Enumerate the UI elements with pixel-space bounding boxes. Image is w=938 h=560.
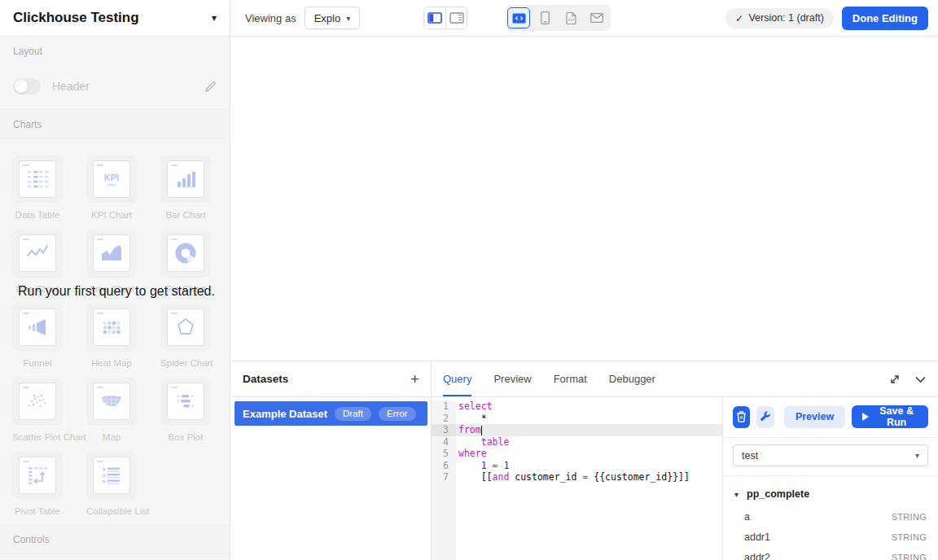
chart-option-box-plot[interactable]: Box Plot [160,377,211,442]
delete-dataset-button[interactable] [733,406,750,428]
pdf-document-icon: PDF [566,12,576,24]
code-text: 1 = 1 [456,460,722,472]
chart-option-label: Scatter Plot Chart [12,432,63,442]
viewing-as-group: Viewing as Explo ▾ [245,7,360,29]
dashboard-canvas[interactable] [231,37,938,361]
chevron-down-icon: ▾ [346,14,350,23]
charts-grid: Data TableKPIKPI ChartBar ChartLine Char… [0,139,230,524]
chart-option-map[interactable]: Map [86,377,137,442]
code-line-2[interactable]: 2 * [432,413,722,425]
chevron-down-icon: ▾ [915,451,919,460]
code-text: from [456,424,722,436]
editor-tabstrip: QueryPreviewFormatDebugger [432,361,938,397]
area-chart-icon [99,241,124,265]
add-dataset-button[interactable]: + [410,371,419,387]
header-toggle[interactable] [13,78,41,94]
code-text: [[and customer_id = {{customer_id}}]] [456,471,722,483]
left-panel-toggle[interactable] [424,7,445,28]
done-editing-button[interactable]: Done Editing [842,7,928,30]
top-bar: Clickhouse Testing ▾ Viewing as Explo ▾ [0,0,938,37]
column-name: addr1 [744,532,770,543]
line-number: 3 [432,424,456,436]
chart-option-pivot-table[interactable]: Pivot Table [12,451,63,516]
code-text: select [456,400,722,413]
funnel-icon [25,315,50,339]
code-line-5[interactable]: 5where [432,448,722,460]
chart-option-kpi-chart[interactable]: KPIKPI Chart [86,155,137,220]
sql-editor[interactable]: 1select2 *3from4 table5where6 1 = 17 [[a… [432,397,723,560]
wrench-icon [760,411,771,422]
chart-option-funnel[interactable]: Funnel [12,303,63,368]
schema-column-row[interactable]: addr1STRING [723,527,938,547]
code-line-4[interactable]: 4 table [432,436,722,448]
chart-option-label: Box Plot [160,432,211,442]
schema-table-toggle[interactable]: ▾ pp_complete [723,481,938,506]
code-line-6[interactable]: 6 1 = 1 [432,460,722,472]
save-run-button[interactable]: Save & Run [852,405,928,428]
tab-preview[interactable]: Preview [493,361,531,396]
chart-option-label: Collapsible List [86,506,137,516]
chart-option-data-table[interactable]: Data Table [12,155,63,220]
chart-option-heat-map[interactable]: Heat Map [86,303,137,368]
pie-chart-icon [173,241,198,265]
datasets-column: Datasets + Example DatasetDraftError [231,361,432,560]
code-line-1[interactable]: 1select [432,400,722,413]
chart-option-collapsible-list[interactable]: Collapsible List [86,451,137,516]
mobile-preview-button[interactable] [533,7,556,28]
header-toggle-label: Header [52,80,90,93]
svg-text:KPI: KPI [104,173,119,182]
line-number: 1 [432,400,456,413]
controls-grid [0,554,230,560]
section-header-charts: Charts [0,109,230,139]
title-dropdown-caret-icon[interactable]: ▾ [212,12,217,24]
tab-debugger[interactable]: Debugger [609,361,655,396]
dashboard-title-area[interactable]: Clickhouse Testing ▾ [0,0,230,36]
dataset-name: Example Dataset [243,408,327,420]
pdf-preview-button[interactable]: PDF [559,7,582,28]
dataset-item[interactable]: Example DatasetDraftError [234,401,427,426]
heat-map-icon [99,315,124,339]
chart-option-bar-chart[interactable]: Bar Chart [160,155,211,220]
topbar-right: ✓ Version: 1 (draft) Done Editing [725,7,938,30]
column-type: STRING [892,532,927,542]
code-line-7[interactable]: 7 [[and customer_id = {{customer_id}}]] [432,471,722,483]
line-chart-icon [25,241,50,265]
format-settings-button[interactable] [756,406,774,428]
line-number: 5 [432,448,456,460]
chart-option-label: Funnel [12,358,63,368]
table-selector[interactable]: test ▾ [733,444,928,466]
expand-panel-icon[interactable] [889,374,901,385]
chart-option-label: Spider Chart [160,358,211,368]
code-line-3[interactable]: 3from [432,424,722,436]
version-badge[interactable]: ✓ Version: 1 (draft) [725,8,834,28]
text-cursor [481,426,483,435]
preview-query-button[interactable]: Preview [784,406,845,428]
schema-list: ▾ pp_complete aSTRINGaddr1STRINGaddr2STR… [723,476,938,560]
tab-query[interactable]: Query [443,361,471,396]
mobile-phone-icon [541,11,550,24]
embed-preview-button[interactable] [507,7,530,28]
right-panel-icon [449,12,464,24]
column-type: STRING [892,553,927,560]
schema-column-row[interactable]: addr2STRING [723,547,938,560]
chevron-down-icon: ▾ [734,490,739,499]
chart-option-label: Data Table [12,210,63,220]
chart-option-label: Map [86,432,137,442]
pencil-icon[interactable] [204,81,217,93]
empty-state-message: Run your first query to get started. [15,283,218,299]
right-panel-toggle[interactable] [445,7,467,28]
preview-mode-group: PDF [505,5,611,31]
chart-option-spider-chart[interactable]: Spider Chart [160,303,211,368]
schema-table-name: pp_complete [747,488,809,500]
left-panel-icon [427,12,442,24]
viewer-dropdown[interactable]: Explo ▾ [305,7,361,29]
chart-option-scatter-plot-chart[interactable]: Scatter Plot Chart [12,377,63,442]
email-preview-button[interactable] [585,7,608,28]
editor-region: QueryPreviewFormatDebugger 1select2 [432,361,938,560]
schema-column-row[interactable]: aSTRING [723,506,938,527]
tab-format[interactable]: Format [554,361,587,396]
page-title: Clickhouse Testing [13,10,139,26]
kpi-icon: KPI [99,167,124,191]
schema-column: Preview Save & Run test ▾ ▾ pp_com [723,397,938,560]
collapse-panel-icon[interactable] [914,375,927,383]
